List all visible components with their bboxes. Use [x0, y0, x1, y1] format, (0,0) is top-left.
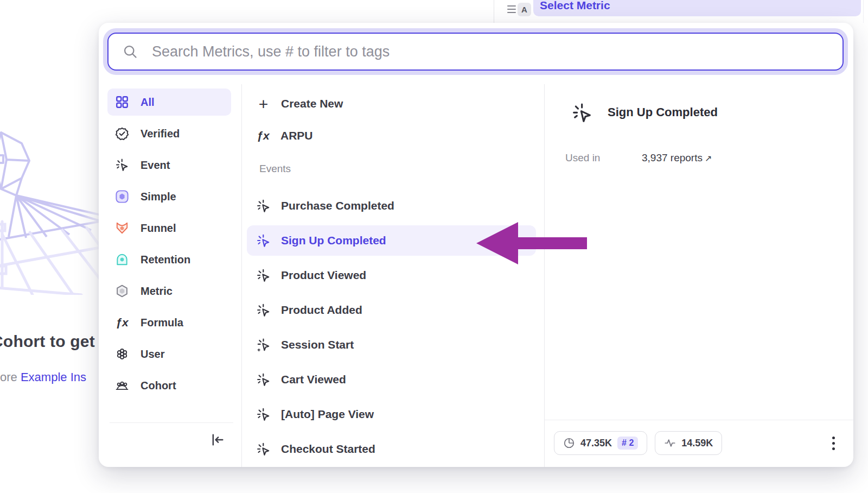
funnel-icon	[115, 221, 129, 235]
event-click-icon	[256, 407, 271, 422]
sidebar-item-label: Formula	[141, 317, 183, 329]
create-new-label: Create New	[281, 97, 343, 110]
sidebar-item-retention[interactable]: Retention	[107, 246, 231, 273]
events-section-header: Events	[259, 163, 544, 178]
search-input[interactable]	[151, 43, 828, 61]
event-click-icon	[256, 372, 271, 387]
wireframe-illustration	[0, 124, 106, 295]
metric-list: + Create New ƒx ARPU Events Purchase Com…	[242, 84, 544, 467]
formula-fx-icon: ƒx	[256, 129, 270, 142]
collapse-left-icon	[210, 432, 225, 447]
sidebar-item-all[interactable]: All	[107, 89, 231, 116]
sidebar-item-cohort[interactable]: Cohort	[107, 372, 231, 399]
page: Cohort to get s ore Example Ins A Select…	[0, 0, 868, 493]
sidebar-item-user[interactable]: User	[107, 340, 231, 368]
event-click-icon	[256, 233, 271, 248]
sidebar-item-label: User	[141, 348, 164, 361]
sidebar-item-funnel[interactable]: Funnel	[107, 214, 231, 242]
background-subline-text: ore	[0, 370, 21, 384]
plus-icon: +	[256, 97, 271, 111]
category-sidebar: All Verified Event Simple Funnel Retenti…	[107, 89, 241, 403]
sidebar-item-simple[interactable]: Simple	[107, 183, 231, 210]
select-metric-label: Select Metric	[540, 0, 610, 12]
used-in-label: Used in	[565, 152, 600, 164]
sidebar-item-event[interactable]: Event	[107, 151, 231, 179]
event-click-icon	[115, 158, 129, 172]
metric-hexagon-icon	[115, 284, 129, 298]
list-item-product-added[interactable]: Product Added	[247, 295, 536, 325]
sidebar-item-label: Funnel	[141, 222, 176, 235]
detail-footer-divider	[545, 420, 853, 420]
more-options-button[interactable]	[824, 433, 843, 453]
list-item-arpu[interactable]: ƒx ARPU	[247, 126, 536, 146]
series-a-badge: A	[518, 3, 531, 16]
detail-divider	[544, 84, 545, 467]
sidebar-item-label: Retention	[141, 254, 190, 266]
list-item-label: Checkout Started	[281, 443, 375, 456]
external-link-icon: ↗	[705, 154, 712, 163]
cohort-people-icon	[115, 378, 129, 393]
sidebar-item-label: Cohort	[141, 380, 176, 392]
event-click-star-icon	[256, 338, 271, 352]
event-click-icon	[571, 102, 593, 124]
create-new-button[interactable]: + Create New	[247, 94, 536, 113]
sidebar-item-label: Event	[141, 159, 170, 172]
list-item-label: Sign Up Completed	[281, 234, 386, 247]
event-click-icon	[256, 199, 271, 213]
sidebar-item-label: Metric	[141, 285, 173, 298]
list-item-session-start[interactable]: Session Start	[247, 330, 536, 360]
collapse-sidebar-button[interactable]	[206, 428, 229, 451]
list-item-cart-viewed[interactable]: Cart Viewed	[247, 364, 536, 395]
background-headline: Cohort to get s	[0, 332, 108, 351]
list-item-label: ARPU	[280, 129, 313, 142]
sidebar-item-formula[interactable]: ƒx Formula	[107, 309, 231, 336]
used-in-reports-link[interactable]: 3,937 reports↗	[642, 152, 712, 164]
detail-title: Sign Up Completed	[608, 105, 718, 119]
grid-icon	[115, 95, 129, 109]
total-count-chip[interactable]: 47.35K # 2	[554, 431, 647, 455]
kebab-menu-icon	[832, 437, 835, 439]
event-click-icon	[256, 442, 271, 457]
activity-icon	[664, 437, 676, 449]
rank-badge: # 2	[617, 437, 638, 450]
sidebar-item-metric[interactable]: Metric	[107, 277, 231, 305]
retention-icon	[115, 252, 129, 267]
user-cluster-icon	[115, 347, 129, 361]
annotation-arrow	[464, 217, 590, 269]
drag-handle-icon[interactable]	[507, 5, 516, 13]
list-item-auto-page-view[interactable]: [Auto] Page View	[247, 399, 536, 429]
example-insights-link[interactable]: Example Ins	[21, 370, 86, 384]
event-click-icon	[256, 268, 271, 283]
list-item-label: Purchase Completed	[281, 199, 394, 212]
used-in-reports-count: 3,937 reports	[642, 152, 703, 163]
sidebar-item-label: All	[141, 96, 155, 109]
verified-badge-icon	[115, 127, 129, 141]
activity-count-value: 14.59K	[681, 438, 713, 449]
detail-stats: 47.35K # 2 14.59K	[554, 431, 722, 455]
list-item-purchase-completed[interactable]: Purchase Completed	[247, 191, 536, 221]
list-item-label: Session Start	[281, 338, 354, 351]
event-click-icon	[256, 303, 271, 318]
activity-count-chip[interactable]: 14.59K	[655, 431, 722, 455]
background-subline: ore Example Ins	[0, 370, 86, 384]
search-box[interactable]	[107, 33, 844, 71]
formula-fx-icon: ƒx	[115, 316, 129, 329]
select-metric-card: A Select Metric	[494, 0, 864, 23]
list-item-checkout-started[interactable]: Checkout Started	[247, 434, 536, 464]
list-item-label: Product Added	[281, 304, 362, 317]
sidebar-item-label: Simple	[141, 191, 176, 203]
search-icon	[123, 44, 138, 59]
sidebar-item-label: Verified	[141, 128, 180, 140]
total-count-value: 47.35K	[580, 438, 612, 449]
select-metric-field[interactable]: Select Metric	[533, 0, 861, 16]
pie-chart-icon	[563, 437, 575, 449]
list-item-label: Product Viewed	[281, 269, 366, 282]
sidebar-item-verified[interactable]: Verified	[107, 120, 231, 147]
simple-metric-icon	[115, 189, 129, 204]
list-item-label: [Auto] Page View	[281, 408, 374, 421]
list-item-label: Cart Viewed	[281, 373, 346, 386]
sidebar-footer-divider	[110, 422, 233, 423]
